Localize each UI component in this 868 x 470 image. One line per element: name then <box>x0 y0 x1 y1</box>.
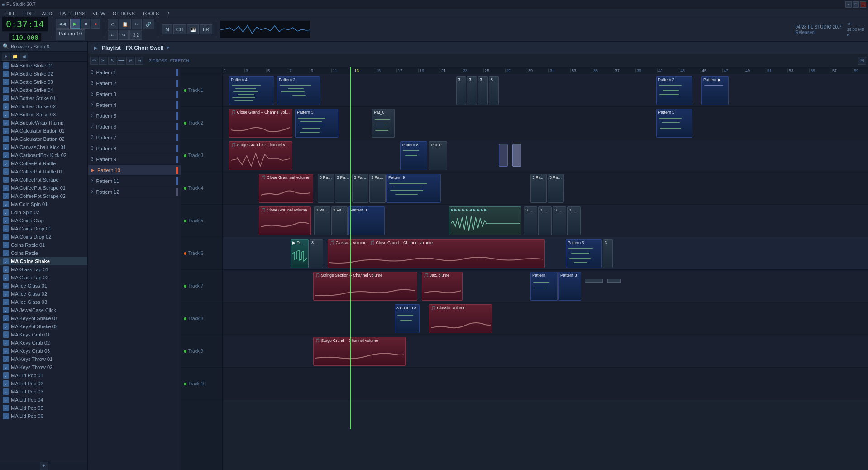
minimize-btn[interactable]: − <box>845 1 852 8</box>
pattern-block[interactable] <box>499 144 508 167</box>
pattern-block[interactable]: 3 Pa..9 <box>524 206 537 235</box>
pattern-block[interactable]: 3 Pa..9 <box>369 174 386 203</box>
pattern-block[interactable]: 3 Pat_2 <box>331 206 348 235</box>
browser-item[interactable]: ♪MA CoffeePot Rattle 01 <box>0 168 87 176</box>
track-row-8[interactable]: 3 Pattern 8 🎵 Classic..volume <box>223 302 868 335</box>
pattern-block[interactable]: 3 Pa..7 <box>352 174 368 203</box>
browser-item[interactable]: ♪MA Coins Clap <box>0 216 87 225</box>
browser-item-selected[interactable]: ♪MA Coins Shake <box>0 257 87 265</box>
tracks-area[interactable]: 1 3 5 7 9 11 13 15 17 19 21 23 25 27 <box>223 67 868 470</box>
pattern-block[interactable]: Pattern 2 <box>656 76 692 105</box>
browser-item[interactable]: ♪MA Bottle Strike 04 <box>0 86 87 94</box>
menu-tools[interactable]: TOOLS <box>138 10 162 17</box>
playlist-arrow-btn[interactable]: ▶ <box>92 44 100 52</box>
browser-item[interactable]: ♪MA Lid Pop 05 <box>0 404 87 412</box>
pattern-block[interactable]: Pattern 2 <box>277 76 320 105</box>
pattern-block[interactable]: 3 <box>456 76 466 105</box>
pattern-block[interactable]: 3 Pa..7 <box>553 206 566 235</box>
tool-btn-2[interactable]: 📋 <box>119 19 131 29</box>
browser-item[interactable]: ♪MA KeyPot Shake 01 <box>0 314 87 322</box>
menu-help[interactable]: ? <box>162 10 172 17</box>
browser-add-btn[interactable]: + <box>2 53 10 61</box>
pattern-selector[interactable]: Pattern 10 <box>56 29 85 40</box>
pattern-item-2[interactable]: 3 Pattern 2 <box>88 78 181 89</box>
pattern-block[interactable]: Pattern 8 <box>558 272 581 301</box>
browser-list[interactable]: ♪MA Bottle Strike 01 ♪MA Bottle Strike 0… <box>0 62 87 461</box>
browser-item[interactable]: ♪MA JewelCase Click <box>0 306 87 314</box>
browser-file-btn[interactable]: 📁 <box>11 53 19 61</box>
pattern-block[interactable]: 3 Pat_2 <box>314 206 330 235</box>
pattern-block[interactable]: 🎵 Stage Grand #2…hannel volume <box>229 141 292 170</box>
browser-item[interactable]: ♪MA Bottles Strike 01 <box>0 94 87 102</box>
browser-item[interactable]: ♪Coin Spin 02 <box>0 208 87 216</box>
browser-item[interactable]: ♪MA Calculator Button 01 <box>0 127 87 135</box>
track-row-2[interactable]: 🎵 Close Grand – Channel volume Pattern 3 <box>223 107 868 139</box>
maximize-btn[interactable]: □ <box>853 1 859 8</box>
draw-tool[interactable]: ✏ <box>90 57 98 65</box>
mixer-btn[interactable]: M <box>162 24 172 34</box>
pattern-block[interactable] <box>512 144 521 167</box>
browser-item[interactable]: ♪MA Keys Grab 02 <box>0 339 87 347</box>
erase-tool[interactable]: ✂ <box>99 57 107 65</box>
pattern-item-7[interactable]: 3 Pattern 7 <box>88 132 181 143</box>
browser-item[interactable]: ♪MA CoffeePot Scrape <box>0 176 87 184</box>
browser-item[interactable]: ♪MA CanvasChair Kick 01 <box>0 143 87 151</box>
pattern-item-10[interactable]: ▶ Pattern 10 <box>88 165 181 176</box>
pattern-item-8[interactable]: 3 Pattern 8 <box>88 143 181 154</box>
pattern-item-9[interactable]: 3 Pattern 9 <box>88 154 181 165</box>
browser-item[interactable]: ♪MA CoffeePot Rattle <box>0 159 87 168</box>
piano-btn[interactable]: 🎹 <box>187 24 199 34</box>
pattern-block[interactable]: 🎵 Close Gran..nel volume <box>259 174 313 203</box>
tool-btn-5[interactable]: ↩ <box>108 30 118 40</box>
pattern-block[interactable]: Pat_0 <box>429 141 447 170</box>
pattern-block[interactable]: ▶ DL Ninety <box>291 239 309 268</box>
pattern-item-5[interactable]: 3 Pattern 5 <box>88 110 181 121</box>
tool-btn-6[interactable]: ↪ <box>119 30 129 40</box>
tool-btn-4[interactable]: 🔗 <box>143 19 154 29</box>
pattern-block[interactable]: 3 Pa..7 <box>567 206 581 235</box>
pattern-block[interactable]: 3 Pat_0 <box>530 174 547 203</box>
pattern-block[interactable]: Pat_0 <box>372 109 395 138</box>
browser-item[interactable]: ♪MA Keys Throw 02 <box>0 363 87 371</box>
tempo-display[interactable]: 110.000 <box>9 33 42 43</box>
pattern-item-3[interactable]: 3 Pattern 3 <box>88 89 181 100</box>
zoom-tool[interactable]: ⟵ <box>117 57 125 65</box>
track-row-7[interactable]: 🎵 Strings Section – Channel volume 🎵 Jaz… <box>223 270 868 302</box>
browser-item[interactable]: ♪MA BubbleWrap Thump <box>0 119 87 127</box>
collapse-all-btn[interactable]: ⊟ <box>858 57 866 65</box>
pattern-item-1[interactable]: 3 Pattern 1 <box>88 67 181 78</box>
browser-item[interactable]: ♪MA KeyPot Shake 02 <box>0 322 87 331</box>
pattern-block[interactable]: Pattern ▶ <box>701 76 729 105</box>
pattern-block[interactable]: Pattern 8 <box>400 141 427 170</box>
record-btn[interactable]: ● <box>91 19 100 29</box>
browser-item[interactable]: ♪Ma Coin Spin 01 <box>0 200 87 208</box>
pattern-block[interactable]: Pattern 8 <box>348 206 385 235</box>
pattern-block[interactable]: 🎵 Strings Section – Channel volume <box>313 272 417 301</box>
browser-item[interactable]: ♪MA Lid Pop 03 <box>0 388 87 396</box>
browser-item[interactable]: ♪Coins Rattle <box>0 249 87 257</box>
pattern-block[interactable]: 🎵 Close Grand – Channel volume <box>229 109 292 138</box>
rewind-btn[interactable]: ◀◀ <box>56 19 69 29</box>
browser-item[interactable]: ♪MA Keys Grab 01 <box>0 331 87 339</box>
browser-item[interactable]: ♪Coins Rattle 01 <box>0 241 87 249</box>
browser-item[interactable]: ♪MA Keys Grab 03 <box>0 347 87 355</box>
stop-btn[interactable]: ■ <box>81 19 90 29</box>
menu-patterns[interactable]: PATTERNS <box>56 10 89 17</box>
browser-btn[interactable]: BR <box>200 24 212 34</box>
track-row-4[interactable]: 🎵 Close Gran..nel volume 3 Pa..7 <box>223 172 868 205</box>
browser-item[interactable]: ♪MA Bottle Strike 02 <box>0 70 87 78</box>
track-row-10[interactable] <box>223 368 868 400</box>
pattern-block[interactable]: 3 Pa..9 <box>538 206 552 235</box>
redo-tool[interactable]: ↪ <box>135 57 143 65</box>
pattern-block[interactable]: Pattern 3 <box>295 109 338 138</box>
browser-item[interactable]: ♪MA Glass Tap 02 <box>0 273 87 282</box>
track-row-6[interactable]: ▶ DL Ninety 3 Pat_1 <box>223 237 868 270</box>
pattern-fragment[interactable] <box>585 279 603 283</box>
pattern-item-4[interactable]: 3 Pattern 4 <box>88 100 181 110</box>
browser-item[interactable]: ♪MA Ice Glass 02 <box>0 290 87 298</box>
undo-tool[interactable]: ↩ <box>126 57 134 65</box>
track-row-5[interactable]: 🎵 Close Gra..nel volume 3 Pat_2 <box>223 205 868 237</box>
pattern-block[interactable]: 🎵 Jaz..olume <box>422 272 463 301</box>
pattern-item-6[interactable]: 3 Pattern 6 <box>88 121 181 132</box>
browser-item[interactable]: ♪MA Coins Drop 01 <box>0 225 87 233</box>
